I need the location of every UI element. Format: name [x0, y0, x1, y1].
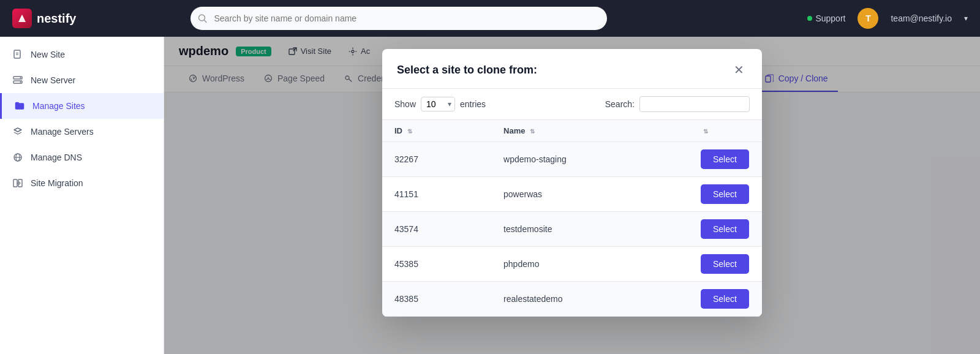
cell-id: 48385	[382, 282, 491, 317]
sidebar-item-manage-servers[interactable]: Manage Servers	[0, 119, 164, 145]
cell-id: 41151	[382, 177, 491, 212]
col-id-label: ID	[394, 126, 402, 135]
sidebar-label: Site Migration	[31, 178, 83, 188]
table-search-input[interactable]	[639, 96, 750, 112]
svg-line-1	[204, 20, 206, 23]
sidebar-label: New Server	[31, 75, 75, 85]
column-id[interactable]: ID ⇅	[382, 120, 491, 142]
select-button-0[interactable]: Select	[701, 149, 749, 169]
cell-id: 45385	[382, 247, 491, 282]
support-dot	[807, 16, 812, 21]
svg-rect-12	[13, 179, 17, 187]
sidebar-item-manage-sites[interactable]: Manage Sites	[0, 93, 164, 119]
table-row: 48385 realestatedemo Select	[382, 282, 762, 317]
top-navigation: nestify Support T team@nestify.io ▾	[0, 0, 980, 37]
main-layout: New Site New Server Manage Sites	[0, 37, 980, 354]
main-content: wpdemo Product Visit Site Ac	[164, 37, 980, 354]
avatar[interactable]: T	[858, 8, 878, 29]
sidebar-label: Manage Servers	[31, 127, 94, 137]
support-indicator: Support	[807, 13, 845, 23]
server-icon	[12, 75, 23, 86]
cell-action: Select	[688, 212, 762, 247]
cell-action: Select	[688, 177, 762, 212]
chevron-down-icon: ▾	[964, 14, 968, 23]
modal-header: Select a site to clone from: ✕	[382, 49, 762, 89]
table-controls: Show 10 25 50 100 entries Search:	[382, 89, 762, 119]
sidebar-label: Manage DNS	[31, 153, 82, 162]
cell-name: testdemosite	[491, 212, 688, 247]
modal-close-button[interactable]: ✕	[730, 61, 747, 78]
sidebar-item-manage-dns[interactable]: Manage DNS	[0, 145, 164, 170]
file-icon	[12, 49, 23, 60]
select-button-1[interactable]: Select	[701, 184, 749, 204]
cell-name: powerwas	[491, 177, 688, 212]
cell-name: wpdemo-staging	[491, 142, 688, 177]
cell-name: phpdemo	[491, 247, 688, 282]
cell-name: realestatedemo	[491, 282, 688, 317]
select-button-3[interactable]: Select	[701, 254, 749, 274]
table-search-control: Search:	[605, 96, 750, 112]
sort-icon-name: ⇅	[530, 128, 535, 135]
user-email[interactable]: team@nestify.io	[891, 13, 952, 23]
cell-action: Select	[688, 142, 762, 177]
globe-icon	[12, 152, 23, 163]
modal-title: Select a site to clone from:	[397, 64, 537, 77]
sidebar-item-new-server[interactable]: New Server	[0, 67, 164, 93]
layers-icon	[12, 126, 23, 137]
support-label-text: Support	[815, 13, 845, 23]
svg-point-7	[20, 77, 21, 78]
cell-id: 43574	[382, 212, 491, 247]
cell-id: 32267	[382, 142, 491, 177]
entries-label: entries	[460, 99, 486, 109]
show-label: Show	[394, 99, 416, 109]
select-button-2[interactable]: Select	[701, 219, 749, 239]
sidebar-label: Manage Sites	[32, 101, 85, 111]
search-area	[190, 7, 607, 30]
search-icon	[198, 14, 207, 23]
col-name-label: Name	[503, 126, 525, 135]
migration-icon	[12, 178, 23, 189]
cell-action: Select	[688, 247, 762, 282]
cell-action: Select	[688, 282, 762, 317]
sort-icon-id: ⇅	[407, 128, 412, 135]
logo-text: nestify	[37, 12, 76, 26]
search-label: Search:	[605, 99, 635, 109]
folder-icon	[14, 100, 25, 111]
show-entries-control: Show 10 25 50 100 entries	[394, 97, 486, 111]
sites-table: ID ⇅ Name ⇅ ⇅	[382, 119, 762, 317]
clone-modal: Select a site to clone from: ✕ Show 10 2…	[382, 49, 762, 317]
table-row: 32267 wpdemo-staging Select	[382, 142, 762, 177]
logo-icon	[12, 9, 32, 28]
svg-point-8	[20, 81, 21, 83]
table-row: 43574 testdemosite Select	[382, 212, 762, 247]
search-input[interactable]	[190, 7, 607, 30]
modal-overlay: Select a site to clone from: ✕ Show 10 2…	[164, 37, 980, 354]
column-action: ⇅	[688, 120, 762, 142]
table-row: 41151 powerwas Select	[382, 177, 762, 212]
select-button-4[interactable]: Select	[701, 289, 749, 309]
sidebar-item-new-site[interactable]: New Site	[0, 42, 164, 67]
sidebar-item-site-migration[interactable]: Site Migration	[0, 170, 164, 196]
logo: nestify	[12, 9, 86, 28]
table-row: 45385 phpdemo Select	[382, 247, 762, 282]
column-name[interactable]: Name ⇅	[491, 120, 688, 142]
sidebar-label: New Site	[31, 50, 65, 59]
sort-icon-action: ⇅	[703, 128, 708, 135]
sidebar: New Site New Server Manage Sites	[0, 37, 164, 354]
entries-select[interactable]: 10 25 50 100	[421, 97, 455, 111]
nav-right: Support T team@nestify.io ▾	[807, 8, 968, 29]
